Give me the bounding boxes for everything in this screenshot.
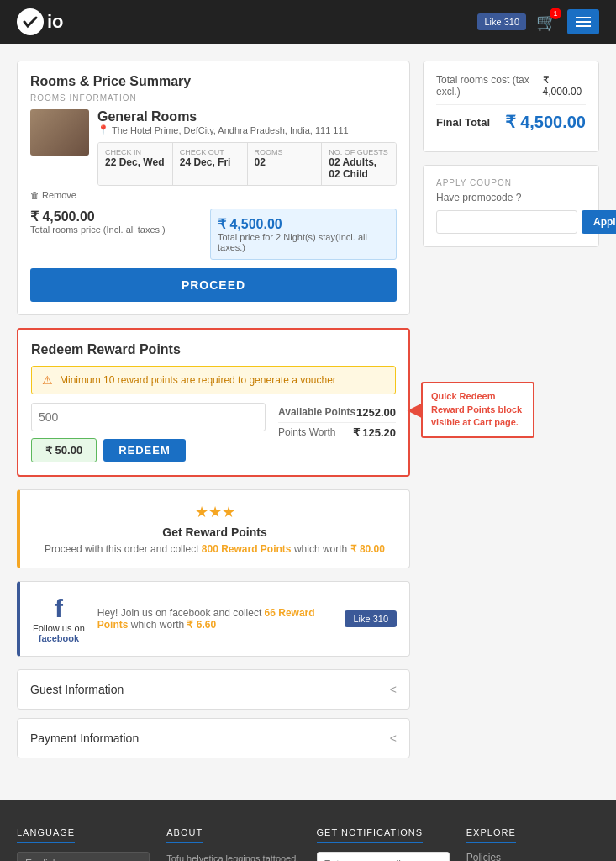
location-pin-icon: 📍: [97, 124, 109, 135]
room-location: 📍 The Hotel Prime, DefCity, Andhra Prade…: [97, 124, 397, 135]
logo-icon: [17, 8, 44, 35]
price-total-label: Total price for 2 Night(s) stay(Incl. al…: [218, 232, 389, 252]
room-info: General Rooms 📍 The Hotel Prime, DefCity…: [30, 109, 397, 186]
fb-follow-text: Follow us on facebook: [33, 623, 85, 643]
rooms-label: ROOMS: [255, 148, 315, 156]
rooms-section-label: ROOMS INFORMATION: [30, 93, 397, 103]
about-label: ABOUT: [166, 827, 203, 843]
menu-line: [576, 17, 591, 18]
callout-text: Quick Redeem Reward Points block visible…: [431, 391, 522, 427]
price-incl-box: ₹ 4,500.00 Total rooms price (Incl. all …: [30, 209, 202, 260]
header: io Like 310 🛒 1: [0, 0, 616, 44]
callout-annotation: ◀ Quick Redeem Reward Points block visib…: [421, 382, 534, 437]
final-total-row: Final Total ₹ 4,500.00: [436, 112, 586, 132]
menu-line: [576, 21, 591, 23]
guests-value: 02 Adults, 02 Child: [329, 156, 389, 180]
redeem-warning-text: Minimum 10 reward points are required to…: [60, 374, 336, 386]
checkin-label: CHECK IN: [105, 148, 166, 156]
about-text: Tofu helvetica leggings tattooed. Skateb…: [166, 852, 299, 861]
coupon-question: Have promocode ?: [436, 192, 586, 203]
price-row: ₹ 4,500.00 Total rooms price (Incl. all …: [30, 209, 397, 260]
redeem-value-row: ₹ 50.00 REDEEM: [31, 438, 266, 462]
payment-info-arrow: <: [390, 732, 397, 745]
footer-notifications: GET NOTIFICATIONS SUBSCRIBE FOLLOW US ON…: [317, 826, 450, 861]
fb-worth-text: which worth: [131, 619, 184, 631]
reward-worth-highlight: ₹ 80.00: [350, 543, 385, 555]
checkmark-icon: [22, 13, 39, 30]
remove-label: Remove: [42, 190, 76, 200]
footer: LANGUAGE English CURRENCY INR PAYMENT AC…: [0, 800, 616, 861]
reward-banner-title: Get Reward Points: [33, 526, 397, 539]
footer-about: ABOUT Tofu helvetica leggings tattooed. …: [166, 826, 299, 861]
redeem-left: ₹ 50.00 REDEEM: [31, 403, 266, 462]
checkout-value: 24 Dec, Fri: [180, 156, 240, 168]
reward-text-prefix: Proceed with this order and collect: [45, 543, 198, 555]
available-points-row: Available Points 1252.00: [278, 403, 396, 423]
points-worth-row: Points Worth ₹ 125.20: [278, 423, 396, 442]
cost-summary-card: Total rooms cost (tax excl.) ₹ 4,000.00 …: [423, 61, 599, 152]
rooms-summary-title: Rooms & Price Summary: [30, 74, 397, 89]
fb-follow-block: f Follow us on facebook: [33, 594, 85, 643]
available-points-label: Available Points: [278, 406, 355, 419]
redeem-body: ₹ 50.00 REDEEM Available Points 1252.00: [31, 403, 396, 462]
location-text: The Hotel Prime, DefCity, Andhra Pradesh…: [112, 125, 349, 135]
facebook-section: f Follow us on facebook Hey! Join us on …: [17, 581, 410, 657]
points-worth-label: Points Worth: [278, 426, 335, 439]
rooms-value: 02: [255, 156, 315, 168]
footer-language-currency: LANGUAGE English CURRENCY INR PAYMENT AC…: [17, 826, 150, 861]
guest-info-section[interactable]: Guest Information <: [17, 669, 410, 710]
redeem-points-info: Available Points 1252.00 Points Worth ₹ …: [278, 403, 396, 442]
coupon-input[interactable]: [436, 210, 577, 234]
redeem-value: ₹ 50.00: [31, 438, 97, 462]
policies-link[interactable]: Policies: [466, 852, 599, 861]
coupon-card: APPLY COUPON Have promocode ? Apply: [423, 165, 599, 247]
cart-icon[interactable]: 🛒 1: [536, 12, 557, 32]
callout-arrow: ◀: [408, 398, 420, 421]
header-right: Like 310 🛒 1: [477, 9, 599, 34]
email-input[interactable]: [317, 852, 450, 861]
guests-label: NO. OF GUESTS: [329, 148, 389, 156]
redeem-title: Redeem Reward Points: [31, 342, 396, 357]
fb-like-box[interactable]: Like 310: [345, 610, 397, 627]
booking-grid: CHECK IN 22 Dec, Wed CHECK OUT 24 Dec, F…: [97, 142, 397, 186]
facebook-icon: f: [33, 594, 85, 623]
trash-icon: 🗑: [30, 190, 39, 200]
price-incl-value: ₹ 4,500.00: [30, 209, 202, 224]
final-total-value: ₹ 4,500.00: [505, 112, 586, 132]
fb-message-text: Hey! Join us on facebook and collect: [97, 607, 261, 619]
notifications-label: GET NOTIFICATIONS: [317, 827, 424, 843]
reward-banner: ★★★ Get Reward Points Proceed with this …: [17, 489, 410, 568]
language-select[interactable]: English: [17, 852, 150, 861]
follow-label: Follow us on: [33, 623, 85, 633]
reward-stars: ★★★: [33, 503, 397, 521]
redeem-card: Redeem Reward Points ⚠ Minimum 10 reward…: [17, 328, 410, 477]
left-panel: Rooms & Price Summary ROOMS INFORMATION …: [17, 61, 410, 767]
rooms-cost-value: ₹ 4,000.00: [543, 74, 586, 98]
rooms-cell: ROOMS 02: [248, 143, 323, 185]
menu-button[interactable]: [567, 9, 599, 34]
fb-like-button[interactable]: Like 310: [477, 13, 526, 30]
rooms-cost-row: Total rooms cost (tax excl.) ₹ 4,000.00: [436, 74, 586, 98]
coupon-input-row: Apply: [436, 210, 586, 234]
redeem-input[interactable]: [31, 403, 266, 431]
coupon-apply-button[interactable]: Apply: [582, 210, 616, 234]
guest-info-arrow: <: [390, 683, 397, 696]
explore-label: EXPLORE: [466, 827, 516, 843]
remove-button[interactable]: 🗑 Remove: [30, 190, 397, 200]
follow-bold: facebook: [39, 633, 79, 643]
reward-banner-text: Proceed with this order and collect 800 …: [33, 543, 397, 555]
fb-worth-value: ₹ 6.60: [187, 619, 216, 631]
redeem-button[interactable]: REDEEM: [103, 439, 186, 462]
payment-info-title: Payment Information: [30, 732, 139, 745]
checkout-label: CHECK OUT: [180, 148, 240, 156]
language-label: LANGUAGE: [17, 827, 75, 843]
proceed-button[interactable]: PROCEED: [30, 268, 397, 302]
room-name: General Rooms: [97, 109, 397, 124]
guests-cell: NO. OF GUESTS 02 Adults, 02 Child: [322, 143, 396, 185]
room-image: [30, 109, 89, 156]
main-container: Rooms & Price Summary ROOMS INFORMATION …: [0, 44, 616, 784]
payment-info-section[interactable]: Payment Information <: [17, 718, 410, 758]
price-incl-label: Total rooms price (Incl. all taxes.): [30, 224, 202, 235]
room-image-inner: [30, 109, 89, 156]
warning-icon: ⚠: [42, 373, 53, 387]
